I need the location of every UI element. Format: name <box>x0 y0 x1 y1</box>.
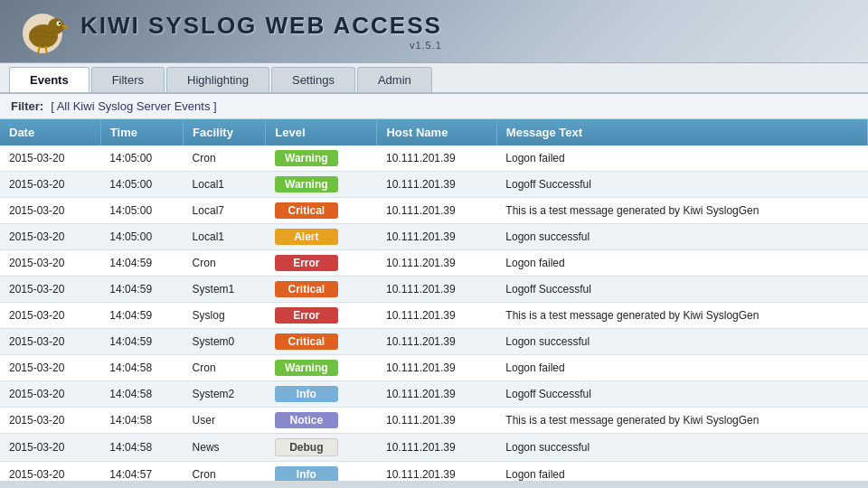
events-table: Date Time Facility Level Host Name Messa… <box>0 119 868 481</box>
cell-level: Warning <box>266 172 377 198</box>
cell-message: Logon failed <box>496 462 868 482</box>
cell-time: 14:04:59 <box>100 277 183 303</box>
filter-value: [ All Kiwi Syslog Server Events ] <box>51 99 217 113</box>
logo-area: KIWI SYSLOG WEB ACCESS v1.5.1 <box>18 6 442 56</box>
cell-host: 10.111.201.39 <box>377 277 496 303</box>
cell-host: 10.111.201.39 <box>377 462 496 482</box>
cell-time: 14:04:59 <box>100 329 183 355</box>
cell-facility: User <box>184 408 266 434</box>
table-row[interactable]: 2015-03-2014:04:58System2Info10.111.201.… <box>0 381 868 408</box>
col-time: Time <box>100 119 183 145</box>
cell-host: 10.111.201.39 <box>377 224 496 250</box>
cell-time: 14:04:57 <box>100 462 183 482</box>
table-row[interactable]: 2015-03-2014:04:58CronWarning10.111.201.… <box>0 355 868 381</box>
table-row[interactable]: 2015-03-2014:05:00CronWarning10.111.201.… <box>0 145 868 172</box>
table-body: 2015-03-2014:05:00CronWarning10.111.201.… <box>0 145 868 481</box>
cell-facility: System1 <box>184 277 266 303</box>
nav-tabs: Events Filters Highlighting Settings Adm… <box>0 63 868 94</box>
cell-host: 10.111.201.39 <box>377 198 496 224</box>
level-badge: Warning <box>275 150 338 166</box>
cell-date: 2015-03-20 <box>0 224 100 250</box>
cell-date: 2015-03-20 <box>0 381 100 408</box>
filter-bar: Filter: [ All Kiwi Syslog Server Events … <box>0 94 868 119</box>
table-row[interactable]: 2015-03-2014:05:00Local1Warning10.111.20… <box>0 172 868 198</box>
cell-date: 2015-03-20 <box>0 250 100 277</box>
tab-admin[interactable]: Admin <box>357 67 432 92</box>
cell-date: 2015-03-20 <box>0 172 100 198</box>
table-row[interactable]: 2015-03-2014:04:58NewsDebug10.111.201.39… <box>0 434 868 462</box>
cell-host: 10.111.201.39 <box>377 303 496 329</box>
cell-message: Logoff Successful <box>496 277 868 303</box>
events-table-container: Date Time Facility Level Host Name Messa… <box>0 119 868 481</box>
cell-date: 2015-03-20 <box>0 355 100 381</box>
cell-time: 14:05:00 <box>100 145 183 172</box>
cell-host: 10.111.201.39 <box>377 250 496 277</box>
cell-message: Logon failed <box>496 355 868 381</box>
cell-level: Critical <box>266 198 377 224</box>
cell-message: This is a test message generated by Kiwi… <box>496 303 868 329</box>
cell-time: 14:04:58 <box>100 355 183 381</box>
table-row[interactable]: 2015-03-2014:05:00Local1Alert10.111.201.… <box>0 224 868 250</box>
cell-level: Info <box>266 462 377 482</box>
cell-message: Logoff Successful <box>496 381 868 408</box>
cell-host: 10.111.201.39 <box>377 381 496 408</box>
cell-date: 2015-03-20 <box>0 329 100 355</box>
cell-facility: Cron <box>184 355 266 381</box>
level-badge: Alert <box>275 229 338 245</box>
table-row[interactable]: 2015-03-2014:04:59System1Critical10.111.… <box>0 277 868 303</box>
level-badge: Info <box>275 386 338 402</box>
level-badge: Critical <box>275 281 338 297</box>
cell-message: Logon failed <box>496 250 868 277</box>
cell-host: 10.111.201.39 <box>377 145 496 172</box>
cell-date: 2015-03-20 <box>0 408 100 434</box>
cell-facility: Cron <box>184 250 266 277</box>
cell-facility: Syslog <box>184 303 266 329</box>
table-row[interactable]: 2015-03-2014:04:59SyslogError10.111.201.… <box>0 303 868 329</box>
tab-settings[interactable]: Settings <box>271 67 355 92</box>
cell-level: Critical <box>266 277 377 303</box>
cell-date: 2015-03-20 <box>0 277 100 303</box>
cell-date: 2015-03-20 <box>0 198 100 224</box>
table-row[interactable]: 2015-03-2014:05:00Local7Critical10.111.2… <box>0 198 868 224</box>
kiwi-logo-icon <box>18 6 68 56</box>
cell-time: 14:04:58 <box>100 434 183 462</box>
cell-message: Logon successful <box>496 329 868 355</box>
cell-level: Alert <box>266 224 377 250</box>
app-version: v1.5.1 <box>80 40 442 51</box>
cell-time: 14:04:59 <box>100 250 183 277</box>
cell-level: Warning <box>266 145 377 172</box>
level-badge: Error <box>275 255 338 271</box>
tab-events[interactable]: Events <box>9 67 90 92</box>
cell-facility: Local1 <box>184 172 266 198</box>
table-header: Date Time Facility Level Host Name Messa… <box>0 119 868 145</box>
cell-message: Logoff Successful <box>496 172 868 198</box>
cell-host: 10.111.201.39 <box>377 172 496 198</box>
filter-label: Filter: <box>11 99 43 113</box>
col-level: Level <box>266 119 377 145</box>
level-badge: Critical <box>275 202 338 219</box>
level-badge: Warning <box>275 360 338 376</box>
level-badge: Info <box>275 466 338 481</box>
cell-message: This is a test message generated by Kiwi… <box>496 408 868 434</box>
table-row[interactable]: 2015-03-2014:04:57CronInfo10.111.201.39L… <box>0 462 868 482</box>
cell-date: 2015-03-20 <box>0 462 100 482</box>
level-badge: Error <box>275 307 338 324</box>
tab-filters[interactable]: Filters <box>91 67 165 92</box>
cell-message: Logon failed <box>496 145 868 172</box>
cell-facility: Local1 <box>184 224 266 250</box>
tab-highlighting[interactable]: Highlighting <box>166 67 269 92</box>
table-row[interactable]: 2015-03-2014:04:59System0Critical10.111.… <box>0 329 868 355</box>
cell-facility: System0 <box>184 329 266 355</box>
table-row[interactable]: 2015-03-2014:04:59CronError10.111.201.39… <box>0 250 868 277</box>
cell-host: 10.111.201.39 <box>377 355 496 381</box>
table-row[interactable]: 2015-03-2014:04:58UserNotice10.111.201.3… <box>0 408 868 434</box>
cell-date: 2015-03-20 <box>0 434 100 462</box>
cell-facility: Cron <box>184 145 266 172</box>
svg-point-4 <box>59 23 61 24</box>
cell-time: 14:04:59 <box>100 303 183 329</box>
cell-time: 14:05:00 <box>100 172 183 198</box>
cell-level: Notice <box>266 408 377 434</box>
col-date: Date <box>0 119 100 145</box>
app-header: KIWI SYSLOG WEB ACCESS v1.5.1 <box>0 0 868 63</box>
cell-level: Debug <box>266 434 377 462</box>
